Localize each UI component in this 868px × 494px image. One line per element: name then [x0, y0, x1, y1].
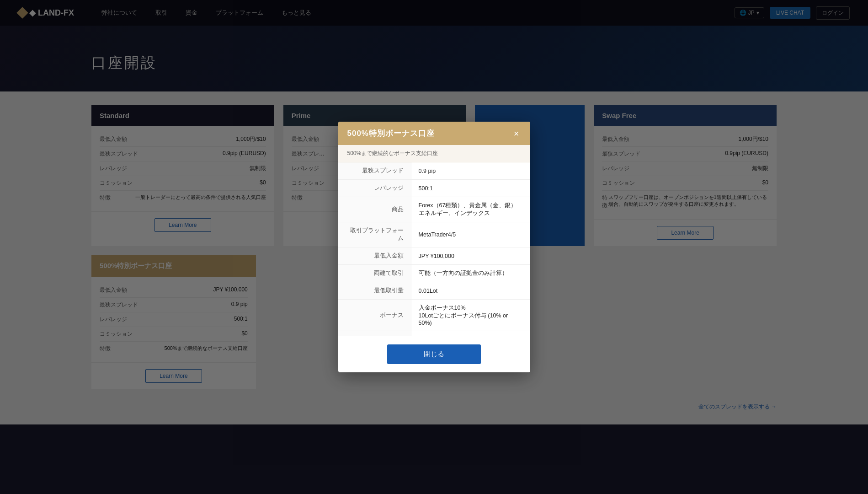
modal-details-table: 最狭スプレッド 0.9 pip レバレッジ 500:1 商品 Forex（67種…: [338, 162, 530, 336]
modal-close-x-button[interactable]: ×: [512, 129, 521, 138]
table-row: 最低取引量 0.01Lot: [338, 282, 530, 300]
modal-table-container: 最狭スプレッド 0.9 pip レバレッジ 500:1 商品 Forex（67種…: [338, 162, 530, 336]
modal-subtitle: 500%まで継続的なボーナス支給口座: [338, 145, 530, 162]
modal-title: 500%特別ボーナス口座: [347, 128, 435, 139]
table-row: 最低入金額 JPY ¥100,000: [338, 247, 530, 265]
table-row: 商品 Forex（67種類）、貴金属（金、銀）エネルギー、インデックス: [338, 197, 530, 222]
table-row: 最狭スプレッド 0.9 pip: [338, 162, 530, 180]
table-row: ボーナス 入金ボーナス10%10Lotごとにボーナス付与 (10% or 50%…: [338, 300, 530, 331]
modal-500-bonus: 500%特別ボーナス口座 × 500%まで継続的なボーナス支給口座 最狭スプレッ…: [338, 122, 530, 372]
table-row: 両建て取引 可能（一方向の証拠金のみ計算）: [338, 265, 530, 282]
modal-header: 500%特別ボーナス口座 ×: [338, 122, 530, 145]
table-row: ロスカット 0%（マージンコール：30%）: [338, 331, 530, 337]
modal-footer: 閉じる: [338, 336, 530, 372]
modal-overlay[interactable]: 500%特別ボーナス口座 × 500%まで継続的なボーナス支給口座 最狭スプレッ…: [0, 0, 868, 494]
modal-close-button[interactable]: 閉じる: [387, 344, 481, 364]
table-row: レバレッジ 500:1: [338, 180, 530, 197]
table-row: 取引プラットフォーム MetaTrader4/5: [338, 222, 530, 247]
